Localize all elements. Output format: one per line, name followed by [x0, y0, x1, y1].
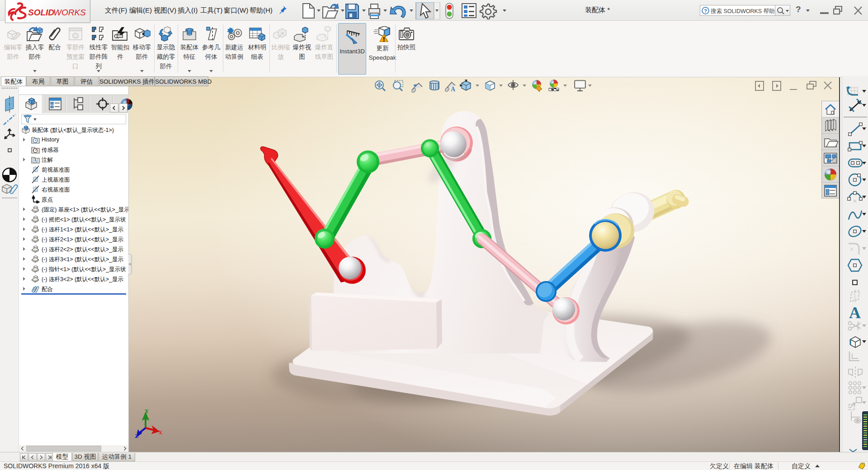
svg-text:A: A [849, 304, 861, 322]
svg-text:?: ? [704, 8, 707, 14]
svg-text:X: X [158, 429, 163, 436]
svg-text:Y: Y [145, 408, 149, 414]
svg-text:SOLID: SOLID [28, 8, 54, 17]
svg-text:WORKS: WORKS [53, 8, 86, 17]
svg-text:A: A [451, 86, 456, 93]
svg-text:A: A [34, 158, 37, 163]
svg-text:Z: Z [135, 432, 139, 439]
